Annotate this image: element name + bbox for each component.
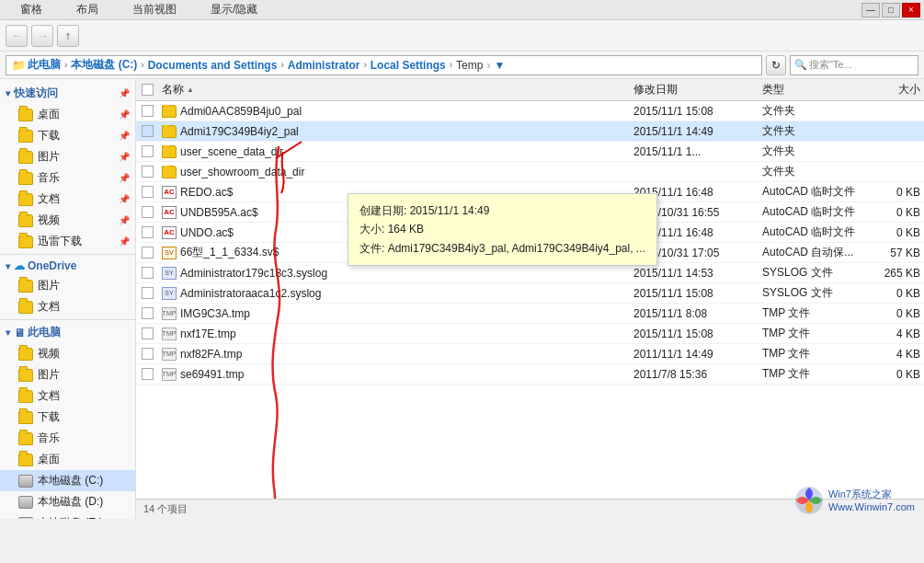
sidebar-item-docs-pc[interactable]: 文档 (0, 385, 135, 407)
file-row-3[interactable]: user_showroom_data_dir 文件夹 (136, 162, 924, 182)
onedrive-label: OneDrive (28, 259, 76, 272)
row-checkbox-11[interactable] (142, 327, 154, 339)
sidebar-item-drive-e[interactable]: 本地磁盘 (E:) (0, 512, 135, 519)
sidebar-item-thunder-qa[interactable]: 迅雷下载 📌 (0, 231, 135, 252)
file-row-13[interactable]: TMP se69491.tmp 2011/7/8 15:36 TMP 文件 0 … (136, 364, 924, 385)
sidebar-item-pictures-pc[interactable]: 图片 (0, 364, 135, 385)
col-header-name[interactable]: 名称 ▲ (158, 82, 630, 98)
file-name-2: user_scene_data_dir (180, 145, 283, 158)
row-checkbox-2[interactable] (142, 145, 154, 157)
file-row-2[interactable]: user_scene_data_dir 2015/11/1 1... 文件夹 (136, 142, 924, 162)
sidebar-item-pictures-qa[interactable]: 图片 📌 (0, 146, 135, 167)
row-checkbox-1[interactable] (142, 125, 154, 137)
sidebar-item-music-pc[interactable]: 音乐 (0, 428, 135, 449)
folder-icon-2 (162, 145, 177, 158)
sidebar-item-drive-d[interactable]: 本地磁盘 (D:) (0, 491, 135, 512)
row-checkbox-13[interactable] (142, 368, 154, 380)
maximize-button[interactable]: □ (882, 3, 900, 17)
row-checkbox-6[interactable] (142, 226, 154, 238)
file-type-9: SYSLOG 文件 (759, 285, 860, 301)
col-header-type[interactable]: 类型 (759, 82, 860, 98)
sidebar-section-this-pc: ▾ 🖥 此电脑 视频 图片 文档 下载 音乐 (0, 322, 135, 519)
file-name-4: REDO.ac$ (180, 186, 233, 199)
sidebar-item-desktop-pc[interactable]: 桌面 (0, 449, 135, 470)
sidebar-item-drive-c[interactable]: 本地磁盘 (C:) (0, 470, 135, 491)
file-type-10: TMP 文件 (759, 305, 860, 321)
ac-icon-5: AC (162, 206, 177, 219)
file-row-10[interactable]: TMP IMG9C3A.tmp 2015/11/1 8:08 TMP 文件 0 … (136, 304, 924, 324)
col-header-size[interactable]: 大小 (860, 82, 924, 98)
menu-item-show-hide[interactable]: 显示/隐藏 (194, 0, 275, 19)
file-type-1: 文件夹 (759, 123, 860, 139)
row-checkbox-10[interactable] (142, 307, 154, 319)
sidebar-item-docs-od[interactable]: 文档 (0, 296, 135, 317)
file-row-8[interactable]: SY Administrator179c18c3.syslog 2015/11/… (136, 263, 924, 283)
file-row-12[interactable]: TMP nxf82FA.tmp 2011/11/1 14:49 TMP 文件 4… (136, 344, 924, 364)
file-size-10: 0 KB (860, 307, 924, 320)
folder-icon (18, 390, 33, 403)
row-checkbox-4[interactable] (142, 186, 154, 198)
col-header-check[interactable] (136, 84, 158, 96)
folder-icon (18, 214, 33, 227)
back-button[interactable]: ← (6, 25, 28, 47)
row-checkbox-12[interactable] (142, 348, 154, 360)
file-row-0[interactable]: Admi0AAC859B4ju0_pal 2015/11/1 15:08 文件夹 (136, 101, 924, 121)
minimize-button[interactable]: — (861, 3, 880, 17)
file-type-12: TMP 文件 (759, 346, 860, 362)
close-button[interactable]: × (902, 3, 920, 17)
sidebar-section-onedrive: ▾ ☁ OneDrive 图片 文档 (0, 257, 135, 317)
sidebar-item-music-qa[interactable]: 音乐 📌 (0, 167, 135, 189)
tooltip-line1: 创建日期: 2015/11/1 14:49 (359, 201, 645, 220)
status-bar: 14 个项目 Win7系统之家 W (136, 499, 924, 519)
sidebar-quick-access-header[interactable]: ▾ 快速访问 📌 (0, 83, 135, 104)
file-name-8: Administrator179c18c3.syslog (180, 267, 327, 280)
row-checkbox-5[interactable] (142, 206, 154, 218)
sidebar-item-videos-qa[interactable]: 视频 📌 (0, 210, 135, 231)
row-checkbox-3[interactable] (142, 166, 154, 178)
file-name-12: nxf82FA.tmp (180, 348, 242, 361)
row-checkbox-8[interactable] (142, 267, 154, 279)
sidebar-item-docs-qa[interactable]: 文档 📌 (0, 189, 135, 210)
row-checkbox-9[interactable] (142, 287, 154, 299)
search-box[interactable]: 🔍 搜索"Te... (790, 55, 918, 75)
menu-item-layout[interactable]: 布局 (60, 0, 116, 19)
sys-icon-9: SY (162, 287, 177, 300)
sidebar-onedrive-header[interactable]: ▾ ☁ OneDrive (0, 257, 135, 275)
sidebar-item-downloads-qa[interactable]: 下载 📌 (0, 125, 135, 146)
sidebar-this-pc-header[interactable]: ▾ 🖥 此电脑 (0, 322, 135, 343)
address-part-c: 本地磁盘 (C:) (71, 57, 137, 73)
up-button[interactable]: ↑ (57, 25, 79, 47)
folder-icon (18, 151, 33, 164)
folder-icon (18, 432, 33, 445)
menu-item-window[interactable]: 窗格 (4, 0, 60, 19)
col-header-date[interactable]: 修改日期 (630, 82, 759, 98)
file-type-0: 文件夹 (759, 103, 860, 119)
file-date-11: 2015/11/1 15:08 (630, 327, 759, 340)
file-date-1: 2015/11/1 14:49 (630, 125, 759, 138)
row-checkbox-0[interactable] (142, 105, 154, 117)
file-size-12: 4 KB (860, 348, 924, 361)
folder-icon (18, 411, 33, 424)
tmp-icon-11: TMP (162, 327, 177, 340)
file-row-9[interactable]: SY Administratoraaca1c2.syslog 2015/11/1… (136, 283, 924, 304)
address-arrow-2: › (141, 60, 143, 70)
file-name-5: UNDB595A.ac$ (180, 206, 258, 219)
file-type-11: TMP 文件 (759, 326, 860, 341)
forward-button[interactable]: → (31, 25, 53, 47)
address-refresh-button[interactable]: ↻ (766, 55, 786, 75)
tooltip-popup: 创建日期: 2015/11/1 14:49 大小: 164 KB 文件: Adm… (348, 193, 657, 266)
sidebar-item-videos-pc[interactable]: 视频 (0, 343, 135, 364)
file-row-1[interactable]: Admi179C349B4iy2_pal 2015/11/1 14:49 文件夹 (136, 121, 924, 142)
sidebar-item-pictures-od[interactable]: 图片 (0, 275, 135, 296)
sidebar-item-downloads-pc[interactable]: 下载 (0, 407, 135, 428)
address-box[interactable]: 📁此电脑 › 本地磁盘 (C:) › Documents and Setting… (6, 55, 762, 75)
address-part-temp: Temp (456, 59, 483, 72)
header-checkbox[interactable] (142, 84, 154, 96)
file-row-11[interactable]: TMP nxf17E.tmp 2015/11/1 15:08 TMP 文件 4 … (136, 324, 924, 344)
menu-item-view[interactable]: 当前视图 (116, 0, 194, 19)
file-size-7: 57 KB (860, 247, 924, 259)
row-checkbox-7[interactable] (142, 247, 154, 259)
quick-access-label: 快速访问 (14, 86, 58, 101)
sidebar-item-desktop-qa[interactable]: 桌面 📌 (0, 104, 135, 125)
main-layout: ▾ 快速访问 📌 桌面 📌 下载 📌 图片 📌 音乐 (0, 79, 924, 519)
